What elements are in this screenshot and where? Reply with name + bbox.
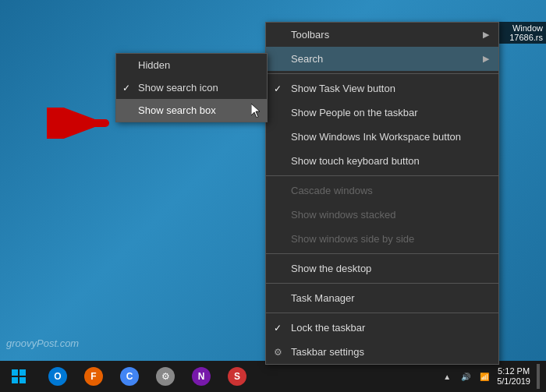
divider-1 xyxy=(266,73,498,74)
stacked-label: Show windows stacked xyxy=(291,209,395,221)
show-ink-item[interactable]: Show Windows Ink Workspace button xyxy=(266,125,498,149)
show-desktop-button[interactable] xyxy=(537,364,540,389)
taskbar-settings-item[interactable]: ⚙ Taskbar settings xyxy=(266,340,498,364)
outlook-icon[interactable]: O xyxy=(41,361,75,392)
taskbar: O F C ⚙ N xyxy=(0,361,546,392)
tray-icon-1: ▲ xyxy=(441,370,453,383)
tray-icon-3: 📶 xyxy=(478,370,491,383)
cascade-label: Cascade windows xyxy=(291,185,373,196)
hidden-option[interactable]: Hidden xyxy=(116,54,267,76)
hidden-label: Hidden xyxy=(138,59,170,71)
divider-5 xyxy=(266,313,498,313)
context-menu: Toolbars ▶ Search ▶ ✓ Show Task View but… xyxy=(265,22,499,365)
windows-line1: Window xyxy=(493,23,543,33)
show-search-icon-label: Show search icon xyxy=(138,82,218,94)
taskbar-settings-label: Taskbar settings xyxy=(291,346,364,358)
show-people-item[interactable]: Show People on the taskbar xyxy=(266,101,498,125)
task-manager-label: Task Manager xyxy=(291,292,355,304)
divider-4 xyxy=(266,283,498,284)
firefox-icon[interactable]: F xyxy=(76,361,111,392)
lock-taskbar-label: Lock the taskbar xyxy=(291,322,365,334)
show-search-box-option[interactable]: Show search box xyxy=(116,99,267,122)
search-label: Search xyxy=(291,53,323,65)
show-touch-item[interactable]: Show touch keyboard button xyxy=(266,149,498,173)
check-task-view-icon: ✓ xyxy=(274,83,282,94)
search-item[interactable]: Search ▶ xyxy=(266,47,498,71)
onenote-icon[interactable]: N xyxy=(184,361,218,392)
show-desktop-item[interactable]: Show the desktop xyxy=(266,256,498,281)
desktop: groovyPost.com Hidden ✓ Show search icon… xyxy=(0,0,546,392)
tools-icon[interactable]: ⚙ xyxy=(148,361,183,392)
svg-marker-1 xyxy=(251,104,260,118)
arrow-icon-search: ▶ xyxy=(483,54,489,64)
taskbar-icons: O F C ⚙ N xyxy=(37,361,441,392)
show-desktop-label: Show the desktop xyxy=(291,263,371,274)
system-tray: ▲ 🔊 📶 5:12 PM 5/1/2019 xyxy=(441,364,546,389)
taskbar-time: 5:12 PM xyxy=(497,366,530,376)
windows-line2: 17686.rs xyxy=(493,33,543,42)
watermark: groovyPost.com xyxy=(6,337,79,349)
show-task-view-label: Show Task View button xyxy=(291,83,395,94)
tray-icon-2: 🔊 xyxy=(459,370,472,383)
taskbar-clock[interactable]: 5:12 PM 5/1/2019 xyxy=(497,366,530,387)
app-icon[interactable]: S xyxy=(220,361,254,392)
gear-icon: ⚙ xyxy=(274,347,282,358)
arrow-icon: ▶ xyxy=(483,30,489,40)
red-arrow xyxy=(47,108,117,142)
taskbar-date: 5/1/2019 xyxy=(497,376,530,387)
task-manager-item[interactable]: Task Manager xyxy=(266,286,498,310)
show-people-label: Show People on the taskbar xyxy=(291,107,418,118)
chrome-icon[interactable]: C xyxy=(112,361,147,392)
check-lock-icon: ✓ xyxy=(274,323,282,334)
toolbars-item[interactable]: Toolbars ▶ xyxy=(266,23,498,47)
divider-2 xyxy=(266,175,498,176)
show-search-box-label: Show search box xyxy=(138,104,216,116)
side-by-side-item: Show windows side by side xyxy=(266,227,498,251)
show-search-icon-option[interactable]: ✓ Show search icon xyxy=(116,76,267,99)
windows-logo-icon xyxy=(12,369,26,383)
side-by-side-label: Show windows side by side xyxy=(291,233,414,245)
search-submenu: Hidden ✓ Show search icon Show search bo… xyxy=(115,53,268,122)
toolbars-label: Toolbars xyxy=(291,29,329,41)
start-button[interactable] xyxy=(0,361,37,392)
mouse-cursor-icon xyxy=(251,104,261,118)
lock-taskbar-item[interactable]: ✓ Lock the taskbar xyxy=(266,316,498,340)
show-ink-label: Show Windows Ink Workspace button xyxy=(291,131,461,143)
cascade-item: Cascade windows xyxy=(266,178,498,203)
divider-3 xyxy=(266,253,498,254)
show-touch-label: Show touch keyboard button xyxy=(291,155,420,167)
check-icon: ✓ xyxy=(122,83,130,94)
stacked-item: Show windows stacked xyxy=(266,203,498,227)
show-task-view-item[interactable]: ✓ Show Task View button xyxy=(266,76,498,101)
